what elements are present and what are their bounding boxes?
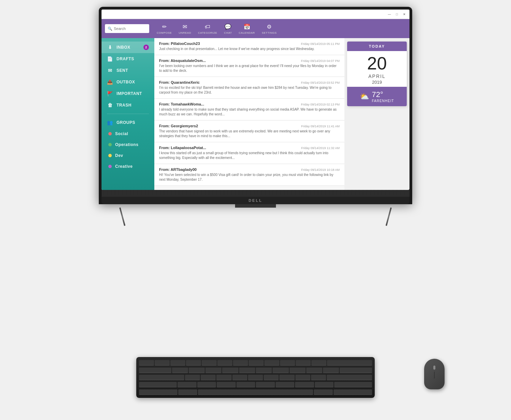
- key: [139, 389, 177, 395]
- monitor-speaker: [102, 190, 409, 197]
- brand-logo: DELL: [249, 198, 263, 203]
- email-preview-3: I already told everyone to make sure tha…: [159, 107, 340, 117]
- toolbar-chat[interactable]: 💬 CHAT: [221, 22, 235, 36]
- search-bar[interactable]: 🔍: [105, 24, 149, 33]
- email-date-4: Friday 09/14/2019 11:41 AM: [301, 125, 340, 128]
- key-row-4: [139, 382, 372, 388]
- email-from-3: From: TomahawkWoma...: [159, 102, 204, 106]
- categorize-icon: 🏷: [204, 23, 211, 31]
- key: [340, 368, 372, 373]
- key: [139, 360, 154, 366]
- settings-label: SETTINGS: [262, 31, 277, 34]
- email-from-5: From: LollapaloosaPotat...: [159, 146, 206, 150]
- key: [327, 360, 372, 366]
- stand-leg-right: [386, 207, 392, 226]
- email-item-3[interactable]: From: TomahawkWoma... Friday 09/14/2019 …: [154, 99, 344, 120]
- key: [139, 375, 184, 380]
- calendar-today-label: TODAY: [347, 42, 407, 51]
- email-date-1: Friday 09/14/2019 04:07 PM: [301, 59, 340, 63]
- close-button[interactable]: ✕: [402, 12, 407, 17]
- sidebar-group-creative[interactable]: Creative: [102, 161, 154, 172]
- compose-label: COMPOSE: [157, 31, 172, 34]
- email-preview-4: The vendors that have signed on to work …: [159, 129, 340, 139]
- weather-info: 72° FARENHEIT: [372, 90, 394, 103]
- sidebar-group-operations[interactable]: Operations: [102, 139, 154, 150]
- mouse-scroll-wheel: [433, 366, 435, 370]
- key: [248, 375, 263, 380]
- sidebar-item-inbox[interactable]: ⬇ INBOX 2: [102, 42, 154, 53]
- toolbar-unread[interactable]: ✉ UNREAD: [176, 22, 194, 36]
- email-item-0[interactable]: From: PillalooCouch23 Friday 09/14/2019 …: [154, 38, 344, 55]
- email-header-0: From: PillalooCouch23 Friday 09/14/2019 …: [159, 42, 340, 46]
- key: [249, 360, 264, 366]
- sidebar-item-outbox[interactable]: 📤 OUTBOX: [102, 76, 154, 88]
- key: [172, 368, 188, 373]
- sidebar-item-drafts[interactable]: 📄 DRAFTS: [102, 53, 154, 65]
- email-item-6[interactable]: From: ARTbaglady00 Friday 09/14/2019 10:…: [154, 164, 344, 186]
- key: [205, 368, 221, 373]
- calendar-month: APRIL: [350, 74, 404, 79]
- key: [334, 382, 372, 387]
- minimize-button[interactable]: —: [387, 12, 392, 17]
- key: [264, 375, 279, 380]
- email-item-2[interactable]: From: QuarantineXeric Friday 09/14/2019 …: [154, 77, 344, 99]
- key: [276, 382, 295, 387]
- email-item-5[interactable]: From: LollapaloosaPotat... Friday 09/14/…: [154, 142, 344, 164]
- dev-label: Dev: [115, 153, 123, 158]
- key: [239, 368, 255, 373]
- toolbar-categorize[interactable]: 🏷 CATEGORIZE: [195, 22, 220, 36]
- monitor-bezel: — □ ✕ 🔍 ✏: [99, 7, 412, 204]
- search-input[interactable]: [114, 27, 146, 31]
- title-bar: — □ ✕: [102, 10, 409, 19]
- unread-label: UNREAD: [179, 31, 191, 34]
- mouse-button-divider: [434, 372, 435, 378]
- unread-icon: ✉: [181, 23, 189, 31]
- key: [327, 375, 372, 380]
- key: [256, 368, 272, 373]
- sidebar-group-social[interactable]: Social: [102, 128, 154, 139]
- key: [279, 375, 294, 380]
- email-item-4[interactable]: From: Georgiemyers2 Friday 09/14/2019 11…: [154, 120, 344, 142]
- monitor: — □ ✕ 🔍 ✏: [99, 7, 412, 226]
- trash-label: TRASH: [117, 103, 131, 108]
- email-from-6: From: ARTbaglady00: [159, 167, 197, 172]
- key: [233, 360, 248, 366]
- sidebar-groups-header: 👥 GROUPS: [102, 117, 154, 128]
- key: [202, 360, 217, 366]
- email-item-1[interactable]: From: AbsquatulateOsm... Friday 09/14/20…: [154, 55, 344, 77]
- key: [201, 375, 216, 380]
- key: [273, 368, 289, 373]
- email-header-5: From: LollapaloosaPotat... Friday 09/14/…: [159, 146, 340, 150]
- toolbar-calendar[interactable]: 📅 CALENDAR: [236, 22, 258, 36]
- sidebar-item-sent[interactable]: ✉ SENT: [102, 65, 154, 76]
- calendar-day: 20: [350, 54, 404, 72]
- mouse: [424, 359, 445, 389]
- categorize-label: CATEGORIZE: [198, 31, 217, 34]
- monitor-stand-neck: [235, 204, 276, 208]
- toolbar-settings[interactable]: ⚙ SETTINGS: [259, 22, 279, 36]
- key: [295, 375, 310, 380]
- sidebar-item-important[interactable]: 🚩 IMPORTANT: [102, 88, 154, 99]
- search-icon: 🔍: [108, 27, 112, 31]
- chat-icon: 💬: [224, 23, 232, 31]
- key-row-3: [139, 374, 372, 381]
- app-window: — □ ✕ 🔍 ✏: [102, 10, 409, 190]
- sidebar-item-trash[interactable]: 🗑 TRASH: [102, 99, 154, 111]
- key: [323, 368, 339, 373]
- sidebar-group-dev[interactable]: Dev: [102, 150, 154, 161]
- key: [155, 360, 170, 366]
- dev-dot: [108, 154, 112, 157]
- key-row-5: [139, 389, 372, 395]
- calendar-widget: TODAY 20 APRIL 2019 ⛅ 72°: [347, 42, 407, 106]
- toolbar-compose[interactable]: ✏ COMPOSE: [154, 22, 174, 36]
- key: [232, 375, 247, 380]
- calendar-icon: 📅: [243, 23, 251, 31]
- sidebar: ⬇ INBOX 2 📄 DRAFTS ✉ SENT: [102, 38, 154, 190]
- operations-dot: [108, 143, 112, 146]
- inbox-label: INBOX: [117, 45, 130, 50]
- email-date-6: Friday 09/14/2019 10:18 AM: [301, 168, 340, 172]
- operations-label: Operations: [115, 142, 138, 147]
- maximize-button[interactable]: □: [394, 12, 399, 17]
- email-preview-6: Hi! You've been selected to win a $500 V…: [159, 173, 340, 182]
- email-header-3: From: TomahawkWoma... Friday 09/14/2019 …: [159, 102, 340, 106]
